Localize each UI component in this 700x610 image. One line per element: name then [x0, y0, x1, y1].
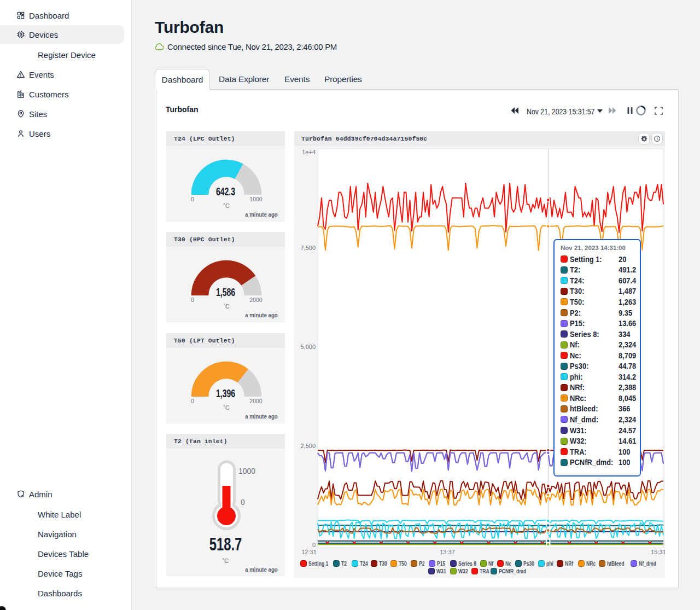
svg-text:7,500: 7,500 [300, 245, 316, 251]
svg-text:15:31: 15:31 [651, 549, 665, 555]
svg-text:˚C: ˚C [223, 404, 229, 411]
svg-text:2,500: 2,500 [300, 443, 316, 449]
svg-text:0: 0 [241, 498, 245, 507]
svg-text:5,000: 5,000 [300, 344, 316, 350]
svg-text:0: 0 [312, 542, 316, 548]
svg-text:˚C: ˚C [223, 303, 229, 310]
svg-text:12:31: 12:31 [301, 549, 317, 555]
svg-text:1e+4: 1e+4 [302, 149, 316, 155]
svg-text:1000: 1000 [238, 467, 255, 475]
svg-text:˚C: ˚C [223, 202, 229, 209]
svg-text:13:37: 13:37 [440, 549, 455, 555]
